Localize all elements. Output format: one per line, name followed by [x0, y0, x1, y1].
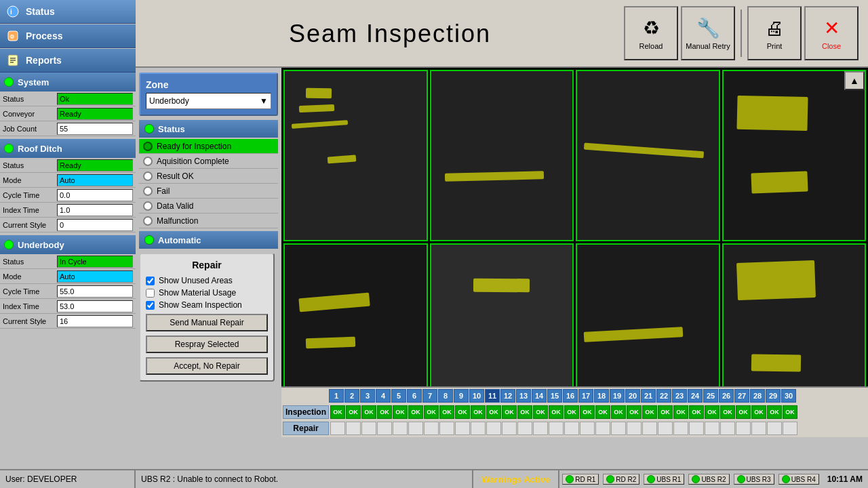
ok-cell[interactable]: OK — [580, 405, 595, 419]
ok-cell[interactable]: OK — [549, 405, 564, 419]
ok-cell[interactable]: OK — [705, 405, 719, 419]
ok-cell[interactable]: OK — [439, 405, 454, 419]
manual-retry-button[interactable]: 🔧 Manual Retry — [681, 6, 735, 60]
number-cell[interactable]: 26 — [719, 389, 734, 403]
ok-cell[interactable]: OK — [533, 405, 548, 419]
ok-cell[interactable]: OK — [424, 405, 439, 419]
number-cell[interactable]: 30 — [781, 389, 796, 403]
number-cell[interactable]: 12 — [500, 389, 515, 403]
number-cell[interactable]: 24 — [688, 389, 703, 403]
expand-button[interactable]: ▲ — [844, 71, 865, 90]
ok-cell[interactable]: OK — [673, 405, 688, 419]
status-indicator-ubs-r4[interactable]: UBS R4 — [778, 474, 819, 485]
number-cell[interactable]: 15 — [547, 389, 562, 403]
repair-cell — [486, 422, 501, 435]
status-indicator-ubs-r1[interactable]: UBS R1 — [644, 474, 684, 485]
status-item-result-ok[interactable]: Result OK — [139, 169, 278, 184]
camera-cell-2[interactable] — [430, 70, 574, 241]
camera-cell-1[interactable] — [283, 70, 428, 241]
number-cell[interactable]: 5 — [391, 389, 406, 403]
ok-cell[interactable]: OK — [689, 405, 704, 419]
number-cell[interactable]: 27 — [734, 389, 749, 403]
roof-ditch-indicator — [4, 144, 14, 153]
number-cell[interactable]: 1 — [329, 389, 344, 403]
system-header[interactable]: System — [0, 73, 136, 92]
ok-cell[interactable]: OK — [517, 405, 532, 419]
number-cell[interactable]: 17 — [578, 389, 593, 403]
ok-cell[interactable]: OK — [783, 405, 797, 419]
ok-cell[interactable]: OK — [346, 405, 361, 419]
ok-cell[interactable]: OK — [393, 405, 408, 419]
repair-cell — [377, 422, 392, 435]
roof-ditch-header[interactable]: Roof Ditch — [0, 139, 136, 158]
zone-dropdown[interactable]: Underbody ▼ — [146, 93, 271, 109]
print-button[interactable]: 🖨 Print — [747, 6, 802, 60]
number-cell[interactable]: 7 — [422, 389, 437, 403]
ok-cell[interactable]: OK — [751, 405, 766, 419]
number-cell[interactable]: 20 — [625, 389, 640, 403]
show-unused-checkbox[interactable] — [146, 277, 155, 285]
ok-cell[interactable]: OK — [377, 405, 392, 419]
ok-cell[interactable]: OK — [408, 405, 423, 419]
number-bar: 1234567891011121314151617181920212223242… — [281, 386, 868, 437]
status-item-fail[interactable]: Fail — [139, 184, 278, 199]
number-cell[interactable]: 19 — [610, 389, 625, 403]
number-cell[interactable]: 10 — [469, 389, 484, 403]
sidebar-item-reports[interactable]: Reports — [0, 49, 136, 73]
close-button[interactable]: ✕ Close — [804, 6, 859, 60]
status-item-acquisition[interactable]: Aquisition Complete — [139, 154, 278, 169]
status-item-malfunction[interactable]: Malfunction — [139, 214, 278, 228]
ok-cell[interactable]: OK — [471, 405, 486, 419]
ok-cell[interactable]: OK — [736, 405, 751, 419]
number-cell[interactable]: 22 — [656, 389, 671, 403]
repair-row: Repair — [281, 420, 868, 436]
number-cell[interactable]: 13 — [516, 389, 531, 403]
send-manual-repair-button[interactable]: Send Manual Repair — [146, 314, 268, 331]
camera-cell-4[interactable] — [722, 70, 867, 241]
sidebar-item-status[interactable]: i Status — [0, 0, 136, 24]
status-indicator-rd-r1[interactable]: RD R1 — [562, 474, 599, 485]
status-item-ready[interactable]: Ready for Inspection — [139, 139, 278, 154]
number-cell[interactable]: 6 — [407, 389, 422, 403]
number-cell[interactable]: 29 — [766, 389, 781, 403]
number-cell[interactable]: 14 — [532, 389, 547, 403]
status-indicator-rd-r2[interactable]: RD R2 — [603, 474, 639, 485]
number-cell[interactable]: 21 — [641, 389, 656, 403]
repair-cell — [361, 422, 376, 435]
ok-cell[interactable]: OK — [720, 405, 735, 419]
number-cell[interactable]: 23 — [672, 389, 687, 403]
status-item-data-valid[interactable]: Data Valid — [139, 199, 278, 214]
underbody-header[interactable]: Underbody — [0, 235, 136, 254]
ok-cell[interactable]: OK — [642, 405, 657, 419]
ok-cell[interactable]: OK — [767, 405, 782, 419]
number-cell[interactable]: 25 — [703, 389, 718, 403]
show-material-checkbox[interactable] — [146, 289, 155, 298]
ok-cell[interactable]: OK — [627, 405, 642, 419]
accept-no-repair-button[interactable]: Accept, No Repair — [146, 357, 268, 375]
number-cell[interactable]: 9 — [454, 389, 469, 403]
ok-cell[interactable]: OK — [361, 405, 376, 419]
number-cell[interactable]: 2 — [344, 389, 359, 403]
number-cell[interactable]: 16 — [563, 389, 578, 403]
number-cell[interactable]: 11 — [485, 389, 500, 403]
respray-selected-button[interactable]: Respray Selected — [146, 336, 268, 353]
number-cell[interactable]: 3 — [360, 389, 375, 403]
ok-cell[interactable]: OK — [486, 405, 501, 419]
status-indicator-ubs-r3[interactable]: UBS R3 — [734, 474, 774, 485]
sidebar-item-process[interactable]: ⚙ Process — [0, 24, 136, 48]
show-seam-checkbox[interactable] — [146, 301, 155, 310]
camera-cell-3[interactable] — [576, 70, 720, 241]
number-cell[interactable]: 8 — [438, 389, 453, 403]
ok-cell[interactable]: OK — [330, 405, 345, 419]
ok-cell[interactable]: OK — [611, 405, 626, 419]
indicator-dot — [692, 475, 700, 483]
ok-cell[interactable]: OK — [502, 405, 517, 419]
ok-cell[interactable]: OK — [658, 405, 673, 419]
ok-cell[interactable]: OK — [455, 405, 470, 419]
status-indicator-ubs-r2[interactable]: UBS R2 — [688, 474, 729, 485]
ok-cell[interactable]: OK — [595, 405, 610, 419]
ok-cell[interactable]: OK — [564, 405, 579, 419]
number-cell[interactable]: 18 — [594, 389, 609, 403]
number-cell[interactable]: 4 — [376, 389, 391, 403]
number-cell[interactable]: 28 — [750, 389, 765, 403]
